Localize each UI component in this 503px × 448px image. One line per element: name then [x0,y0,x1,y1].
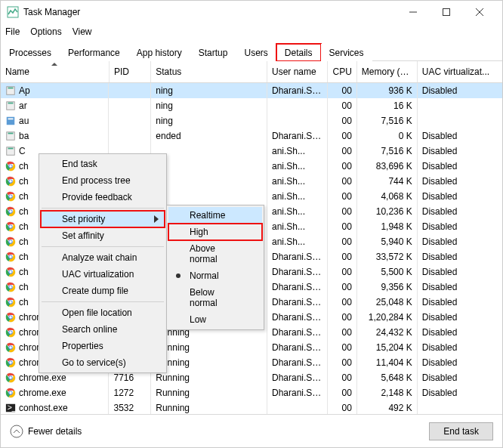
cell-status: Running [151,400,267,416]
cell-user: Dharani.Sh... [267,385,327,400]
cell-uac [417,98,502,113]
tab-app-history[interactable]: App history [128,44,190,61]
table-row[interactable]: auning007,516 K [1,113,502,128]
svg-point-67 [176,273,181,278]
cell-status [151,189,267,204]
tab-users[interactable]: Users [236,44,276,61]
menu-item-label: Low [190,314,241,325]
cell-user: Dharani.Sh... [267,355,327,370]
svg-point-47 [9,316,12,319]
col-uac[interactable]: UAC virtualizat... [417,61,502,82]
menu-item-realtime[interactable]: Realtime [168,207,262,224]
menu-item-go-to-service-s-[interactable]: Go to service(s) [41,354,165,371]
cell-uac: Disabled [417,310,502,325]
cell-cpu: 00 [327,340,356,355]
menu-item-open-file-location[interactable]: Open file location [41,304,165,321]
table-row[interactable]: ApningDharani.Sh...00936 KDisabled [1,82,502,98]
menu-item-uac-virtualization[interactable]: UAC virtualization [41,266,165,283]
cell-name: chrome.exe [1,385,109,400]
menu-item-end-task[interactable]: End task [41,156,165,172]
col-user[interactable]: User name [267,61,327,82]
cell-status: Running [151,340,267,355]
tab-details[interactable]: Details [276,44,321,61]
cell-user [267,113,327,128]
cell-cpu: 00 [327,234,356,249]
menu-item-label: High [190,227,241,237]
menu-item-set-affinity[interactable]: Set affinity [41,227,165,244]
svg-rect-12 [8,132,14,134]
tab-startup[interactable]: Startup [190,44,236,61]
svg-point-59 [9,376,12,379]
end-task-button[interactable]: End task [429,422,493,440]
menu-item-analyze-wait-chain[interactable]: Analyze wait chain [41,249,165,266]
menu-options[interactable]: Options [30,26,61,37]
menu-item-set-priority[interactable]: Set priority [41,211,165,227]
table-row[interactable]: >_conhost.exe3532Running00492 K [1,400,502,416]
cell-name: >_conhost.exe [1,400,109,416]
table-row[interactable]: baendedDharani.Sh...000 KDisabled [1,128,502,144]
cell-status: ning [151,82,267,98]
cell-uac: Disabled [417,325,502,340]
table-row[interactable]: arning0016 K [1,98,502,113]
tab-performance[interactable]: Performance [60,44,128,61]
cell-pid: 1272 [109,385,150,400]
menu-item-search-online[interactable]: Search online [41,321,165,338]
cell-uac: Disabled [417,219,502,234]
svg-point-68 [11,425,23,437]
menu-item-label: Properties [62,341,143,351]
menu-item-provide-feedback[interactable]: Provide feedback [41,189,165,205]
cell-uac: Disabled [417,204,502,219]
context-menu: End taskEnd process treeProvide feedback… [39,153,167,373]
cell-status: ended [151,128,267,144]
cell-cpu: 00 [327,280,356,295]
maximize-button[interactable] [430,1,463,23]
col-status[interactable]: Status [151,61,267,82]
menu-view[interactable]: View [73,26,92,37]
menu-item-label: Provide feedback [62,192,143,202]
menu-item-properties[interactable]: Properties [41,338,165,354]
cell-name: ar [1,98,109,113]
tab-processes[interactable]: Processes [1,44,60,61]
menu-item-high[interactable]: High [168,224,262,240]
table-row[interactable]: chrome.exe1272RunningDharani.Sh...002,14… [1,385,502,400]
col-pid[interactable]: PID [109,61,150,82]
menu-item-label: Set priority [62,214,143,224]
cell-status [151,144,267,159]
menu-item-normal[interactable]: Normal [168,267,262,284]
cell-uac: Disabled [417,128,502,144]
menu-item-label: Open file location [62,307,143,318]
cell-memory: 5,648 K [356,370,417,385]
col-name[interactable]: Name [1,61,109,82]
cell-memory: 1,20,284 K [356,310,417,325]
menu-item-end-process-tree[interactable]: End process tree [41,172,165,189]
menu-item-low[interactable]: Low [168,311,262,328]
cell-memory: 0 K [356,128,417,144]
task-manager-icon [7,6,19,18]
col-cpu[interactable]: CPU [327,61,356,82]
cell-memory: 83,696 K [356,159,417,174]
menu-item-above-normal[interactable]: Above normal [168,240,262,267]
fewer-details-label: Fewer details [28,426,82,437]
fewer-details-button[interactable]: Fewer details [10,425,82,438]
cell-user: ani.Sh... [267,219,327,234]
cell-user: Dharani.Sh... [267,264,327,280]
col-memory[interactable]: Memory (a... [356,61,417,82]
svg-point-62 [9,391,12,394]
cell-uac: Disabled [417,189,502,204]
cell-uac: Disabled [417,385,502,400]
cell-user: Dharani.Sh... [267,280,327,295]
titlebar: Task Manager [1,1,502,23]
svg-rect-8 [8,102,14,104]
close-button[interactable] [463,1,496,23]
menu-item-create-dump-file[interactable]: Create dump file [41,283,165,299]
menu-separator [42,208,164,209]
cell-memory: 936 K [356,82,417,98]
svg-point-17 [9,165,12,168]
menu-item-label: Realtime [190,210,241,221]
menu-file[interactable]: File [5,26,20,37]
cell-user: ani.Sh... [267,189,327,204]
menu-item-below-normal[interactable]: Below normal [168,284,262,311]
tab-services[interactable]: Services [321,44,372,61]
cell-name: ba [1,128,109,144]
minimize-button[interactable] [397,1,430,23]
